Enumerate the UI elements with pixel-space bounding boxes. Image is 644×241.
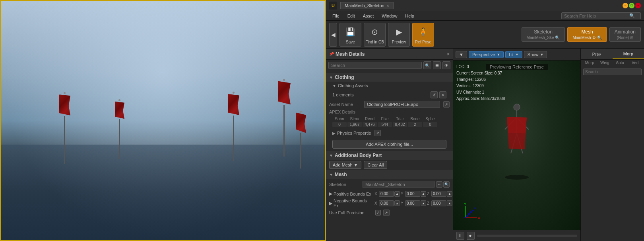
physics-link-btn[interactable]: ↗ xyxy=(374,130,381,136)
preview-toolbar: ▼ Perspective ▼ Lit ▼ Show ▼ xyxy=(453,49,580,61)
list-view-btn[interactable]: ☰ xyxy=(433,61,441,69)
precision-row: Use Full Precision ✓ ↗ xyxy=(326,209,453,217)
skeleton-tab[interactable]: Skeleton MainMesh_Ske 🔍 xyxy=(522,27,565,42)
perspective-dropdown-btn[interactable]: ▼ xyxy=(456,51,467,58)
neg-bounds-y-input[interactable]: 0.00 xyxy=(405,200,420,206)
find-in-cb-button[interactable]: ⊙ Find in CB xyxy=(364,23,386,47)
perspective-down-icon: ▼ xyxy=(459,52,464,57)
precision-link-btn[interactable]: ↗ xyxy=(383,210,390,216)
add-mesh-btn[interactable]: Add Mesh ▼ xyxy=(329,161,361,169)
mesh-tab[interactable]: Mesh MainMesh ⚙ 🔍 xyxy=(567,27,607,42)
svg-text:Z: Z xyxy=(474,206,476,210)
pause-btn[interactable]: ⏸ xyxy=(456,232,464,240)
skeleton-sub-label: MainMesh_Ske xyxy=(527,35,554,40)
panel-search-input[interactable] xyxy=(328,62,422,69)
pos-bounds-z-input[interactable]: 0.00 xyxy=(431,191,446,197)
window-controls: – □ × xyxy=(623,3,641,8)
perspective-btn[interactable]: Perspective ▼ xyxy=(469,51,504,58)
clear-all-btn[interactable]: Clear All xyxy=(364,161,387,169)
pos-bounds-x-expand[interactable]: ▲ xyxy=(394,191,400,197)
tab-label: MainMesh_Skeleton xyxy=(345,3,384,8)
positive-bounds-xyz: X 0.00 ▲ Y 0.00 ▲ Z 0.00 ▲ xyxy=(374,191,452,197)
pos-bounds-z-expand[interactable]: ▲ xyxy=(447,191,452,197)
uv-channels-info: UV Channels: 1 xyxy=(456,89,505,96)
preview-canvas[interactable]: Previewing Reference Pose LOD: 0 Current… xyxy=(453,61,580,230)
help-search-box: 🔍 xyxy=(561,12,641,19)
show-btn[interactable]: Show ▼ xyxy=(524,51,547,58)
clothing-remove-btn[interactable]: × xyxy=(439,91,446,98)
physics-row[interactable]: ▶ Physics Propertie ↗ xyxy=(326,129,453,137)
mesh-svg xyxy=(493,102,541,181)
clothing-refresh-btn[interactable]: ↺ xyxy=(431,91,438,98)
menu-file[interactable]: File xyxy=(329,13,343,19)
menu-help[interactable]: Help xyxy=(402,13,417,19)
next-frame-btn[interactable]: ⏭ xyxy=(467,232,475,240)
neg-bounds-x-expand[interactable]: ▲ xyxy=(394,200,400,206)
mesh-section-header[interactable]: ▼ Mesh xyxy=(326,170,453,179)
mesh-section: Skeleton MainMesh_Skeleton ← 🔍 xyxy=(326,179,453,190)
menu-window[interactable]: Window xyxy=(378,13,400,19)
eye-btn[interactable]: 👁 xyxy=(442,61,450,69)
panel-close-btn[interactable]: × xyxy=(447,51,450,57)
close-btn[interactable]: × xyxy=(635,3,641,8)
pos-bounds-y-input[interactable]: 0.00 xyxy=(405,191,420,197)
add-mesh-arrow-icon: ▼ xyxy=(354,163,358,167)
panel-header: 📌 Mesh Details × xyxy=(326,49,453,60)
apex-val-2: 4,476 xyxy=(363,122,377,127)
negative-bounds-label[interactable]: ▶ Negative Bounds Ex xyxy=(329,198,373,208)
maximize-btn[interactable]: □ xyxy=(629,3,634,8)
help-search-input[interactable] xyxy=(564,14,628,18)
neg-bounds-z-expand[interactable]: ▲ xyxy=(447,200,452,206)
asset-tabs: Skeleton MainMesh_Ske 🔍 Mesh MainMesh ⚙ … xyxy=(522,27,641,42)
clothing-arrow-icon: ▼ xyxy=(329,75,333,80)
animation-tab[interactable]: Animation (None) ⊞ xyxy=(609,27,641,42)
ref-pose-icon: 🧍 xyxy=(416,25,431,39)
neg-bounds-z-input[interactable]: 0.00 xyxy=(431,200,446,206)
neg-bounds-y-expand[interactable]: ▲ xyxy=(421,200,426,206)
precision-label: Use Full Precision xyxy=(329,210,373,215)
morph-search-input[interactable] xyxy=(583,69,642,75)
toolbar-expand-btn[interactable]: ◀ xyxy=(329,23,337,47)
morph-col-weig: Weig xyxy=(597,61,612,65)
clothing-assets-header[interactable]: ▼ Clothing Assets xyxy=(326,82,453,90)
body-part-header[interactable]: ▼ Additional Body Part xyxy=(326,151,453,160)
clothing-assets-arrow-icon: ▼ xyxy=(332,84,336,88)
positive-bounds-label[interactable]: ▶ Positive Bounds Ex xyxy=(329,191,373,196)
preview-timeline: ⏸ ⏭ xyxy=(453,230,580,241)
precision-checkbox[interactable]: ✓ xyxy=(375,210,381,216)
lit-btn[interactable]: Lit ▼ xyxy=(505,51,522,58)
neg-bounds-x-input[interactable]: 0.00 xyxy=(379,200,394,206)
tab-close-btn[interactable]: × xyxy=(387,4,389,8)
asset-name-value: ClothingToolPROFILE.apx xyxy=(364,101,440,108)
menu-edit[interactable]: Edit xyxy=(344,13,358,19)
menu-asset[interactable]: Asset xyxy=(360,13,377,19)
preview-button[interactable]: ▶ Preview xyxy=(388,23,410,47)
positive-bounds-row: ▶ Positive Bounds Ex X 0.00 ▲ Y 0.00 ▲ xyxy=(326,190,453,198)
ref-pose-label: Ref Pose xyxy=(415,40,431,44)
timeline-bar[interactable] xyxy=(477,235,577,237)
asset-link-btn[interactable]: ↗ xyxy=(443,101,450,108)
morp-tab[interactable]: Morp xyxy=(613,50,644,59)
skeleton-search-btn[interactable]: 🔍 xyxy=(443,181,450,188)
pos-bounds-y-expand[interactable]: ▲ xyxy=(421,191,426,197)
perspective-label: Perspective xyxy=(472,52,495,57)
save-button[interactable]: 💾 Save xyxy=(339,23,361,47)
morph-col-vert: Vert xyxy=(628,61,642,65)
lit-chevron-icon: ▼ xyxy=(515,53,519,57)
morph-col-headers: Morp Weig Auto Vert xyxy=(581,60,644,66)
mesh-sub-label: MainMesh xyxy=(572,35,591,40)
clothing-section-header[interactable]: ▼ Clothing xyxy=(326,73,453,82)
minimize-btn[interactable]: – xyxy=(623,3,628,8)
main-tab[interactable]: MainMesh_Skeleton × xyxy=(340,2,394,9)
pos-bounds-x-input[interactable]: 0.00 xyxy=(379,191,394,197)
ref-pose-button[interactable]: 🧍 Ref Pose xyxy=(412,23,434,47)
skeleton-field-label: Skeleton xyxy=(329,182,361,187)
add-apex-btn[interactable]: Add APEX clothing file... xyxy=(332,140,446,149)
mesh-settings-icon: ⚙ xyxy=(592,35,596,40)
apex-val-5: 2 xyxy=(408,122,422,127)
skeleton-tab-label: Skeleton xyxy=(534,29,553,35)
prev-tab[interactable]: Prev xyxy=(581,50,613,58)
search-btn[interactable]: 🔍 xyxy=(423,61,431,69)
clear-all-label: Clear All xyxy=(367,163,384,167)
skeleton-back-btn[interactable]: ← xyxy=(436,181,442,188)
